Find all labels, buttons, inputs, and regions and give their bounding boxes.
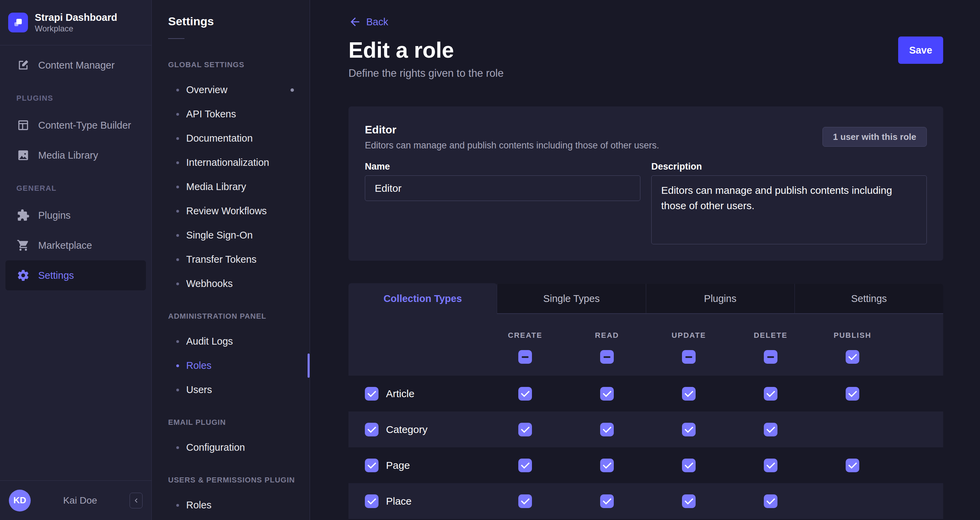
user-footer: KD Kai Doe — [0, 480, 151, 520]
row-select-checkbox[interactable] — [365, 387, 379, 400]
row-select-checkbox[interactable] — [365, 459, 379, 472]
tab-collection-types[interactable]: Collection Types — [348, 283, 497, 314]
column-label: PUBLISH — [834, 331, 872, 340]
content-type-label: Category — [386, 424, 428, 435]
page-header: Edit a role Define the rights given to t… — [348, 37, 943, 80]
place-update-checkbox[interactable] — [682, 494, 695, 508]
subnav-item-review-workflows[interactable]: Review Workflows — [152, 199, 310, 223]
subnav-item-users[interactable]: Users — [152, 378, 310, 402]
category-create-checkbox[interactable] — [518, 423, 532, 436]
category-read-checkbox[interactable] — [600, 423, 614, 436]
page-update-checkbox[interactable] — [682, 459, 695, 472]
place-create-checkbox[interactable] — [518, 494, 532, 508]
sidebar-item-label: Plugins — [38, 210, 71, 221]
brand-subtitle: Workplace — [35, 24, 117, 34]
subnav-section-users-permissions-plugin: USERS & PERMISSIONS PLUGIN — [152, 475, 310, 485]
column-update: UPDATE — [648, 314, 730, 376]
subnav-section-global-settings: GLOBAL SETTINGS — [152, 60, 310, 70]
subnav-item-label: Transfer Tokens — [186, 254, 256, 265]
permissions-section: Collection Types Single Types Plugins Se… — [348, 283, 943, 520]
subnav-item-label: Review Workflows — [186, 206, 267, 217]
tab-settings[interactable]: Settings — [794, 284, 943, 314]
row-label-cell: Place — [348, 494, 484, 508]
subnav-item-internationalization[interactable]: Internationalization — [152, 150, 310, 175]
tab-plugins[interactable]: Plugins — [646, 284, 794, 314]
subnav-item-single-sign-on[interactable]: Single Sign-On — [152, 223, 310, 247]
strapi-logo — [8, 13, 28, 32]
page-create-checkbox[interactable] — [518, 459, 532, 472]
subnav-item-webhooks[interactable]: Webhooks — [152, 271, 310, 296]
settings-subnav: Settings GLOBAL SETTINGS Overview API To… — [152, 0, 310, 520]
sidebar-item-content-type-builder[interactable]: Content-Type Builder — [5, 110, 146, 140]
workspace-brand[interactable]: Strapi Dashboard Workplace — [0, 0, 151, 45]
sidebar-item-media-library[interactable]: Media Library — [5, 140, 146, 170]
subnav-item-documentation[interactable]: Documentation — [152, 126, 310, 150]
category-delete-checkbox[interactable] — [764, 423, 778, 436]
row-label-cell: Article — [348, 387, 484, 400]
subnav-item-label: Roles — [186, 499, 212, 511]
subnav-item-overview[interactable]: Overview — [152, 78, 310, 102]
pen-square-icon — [16, 58, 30, 72]
subnav-item-configuration[interactable]: Configuration — [152, 435, 310, 459]
article-update-checkbox[interactable] — [682, 387, 695, 400]
column-read: READ — [566, 314, 648, 376]
article-publish-checkbox[interactable] — [846, 387, 859, 400]
sidebar-item-marketplace[interactable]: Marketplace — [5, 230, 146, 260]
subnav-item-label: Overview — [186, 84, 228, 96]
place-read-checkbox[interactable] — [600, 494, 614, 508]
cart-icon — [16, 239, 30, 252]
column-create: CREATE — [484, 314, 566, 376]
article-create-checkbox[interactable] — [518, 387, 532, 400]
back-link[interactable]: Back — [348, 15, 388, 29]
subnav-item-label: Audit Logs — [186, 336, 233, 347]
users-with-role-button[interactable]: 1 user with this role — [822, 127, 927, 147]
save-button[interactable]: Save — [898, 37, 943, 64]
subnav-item-label: API Tokens — [186, 108, 236, 120]
subnav-item-transfer-tokens[interactable]: Transfer Tokens — [152, 247, 310, 271]
content-type-label: Page — [386, 459, 410, 471]
article-read-checkbox[interactable] — [600, 387, 614, 400]
place-delete-checkbox[interactable] — [764, 494, 778, 508]
sidebar-item-label: Marketplace — [38, 240, 92, 251]
chevron-left-icon — [132, 497, 140, 504]
sidebar-item-label: Media Library — [38, 150, 98, 161]
image-icon — [16, 148, 30, 162]
sidebar-item-settings[interactable]: Settings — [5, 260, 146, 290]
tab-single-types[interactable]: Single Types — [497, 284, 646, 314]
subnav-item-roles[interactable]: Roles — [152, 354, 310, 378]
select-all-read-checkbox[interactable] — [600, 350, 614, 364]
page-read-checkbox[interactable] — [600, 459, 614, 472]
table-row-article: Article — [348, 376, 943, 412]
article-delete-checkbox[interactable] — [764, 387, 778, 400]
category-update-checkbox[interactable] — [682, 423, 695, 436]
page-publish-checkbox[interactable] — [846, 459, 859, 472]
select-all-publish-checkbox[interactable] — [846, 350, 859, 364]
page-header-text: Edit a role Define the rights given to t… — [348, 37, 504, 80]
row-select-checkbox[interactable] — [365, 494, 379, 508]
description-field-group: Description Editors can manage and publi… — [651, 161, 927, 246]
name-field-label: Name — [365, 161, 640, 172]
sidebar-item-content-manager[interactable]: Content Manager — [5, 50, 146, 80]
select-all-delete-checkbox[interactable] — [764, 350, 778, 364]
row-select-checkbox[interactable] — [365, 423, 379, 436]
sidebar-item-plugins[interactable]: Plugins — [5, 200, 146, 230]
subnav-item-label: Single Sign-On — [186, 230, 253, 241]
main-nav-list: Content Manager PLUGINS Content-Type Bui… — [0, 45, 151, 480]
brand-text: Strapi Dashboard Workplace — [35, 11, 117, 34]
subnav-item-label: Users — [186, 384, 212, 396]
subnav-item-api-tokens[interactable]: API Tokens — [152, 102, 310, 126]
select-all-create-checkbox[interactable] — [518, 350, 532, 364]
subnav-item-audit-logs[interactable]: Audit Logs — [152, 329, 310, 354]
subnav-section-administration-panel: ADMINISTRATION PANEL — [152, 311, 310, 321]
row-label-cell: Category — [348, 423, 484, 436]
collapse-sidebar-button[interactable] — [130, 493, 143, 509]
table-row-place: Place — [348, 483, 943, 519]
name-input[interactable] — [365, 175, 640, 201]
app-root: Strapi Dashboard Workplace Content Manag… — [0, 0, 980, 520]
permissions-tabs: Collection Types Single Types Plugins Se… — [348, 283, 943, 314]
page-delete-checkbox[interactable] — [764, 459, 778, 472]
subnav-item-up-roles[interactable]: Roles — [152, 493, 310, 517]
description-textarea[interactable]: Editors can manage and publish contents … — [651, 175, 927, 244]
subnav-item-media-library[interactable]: Media Library — [152, 175, 310, 199]
select-all-update-checkbox[interactable] — [682, 350, 695, 364]
